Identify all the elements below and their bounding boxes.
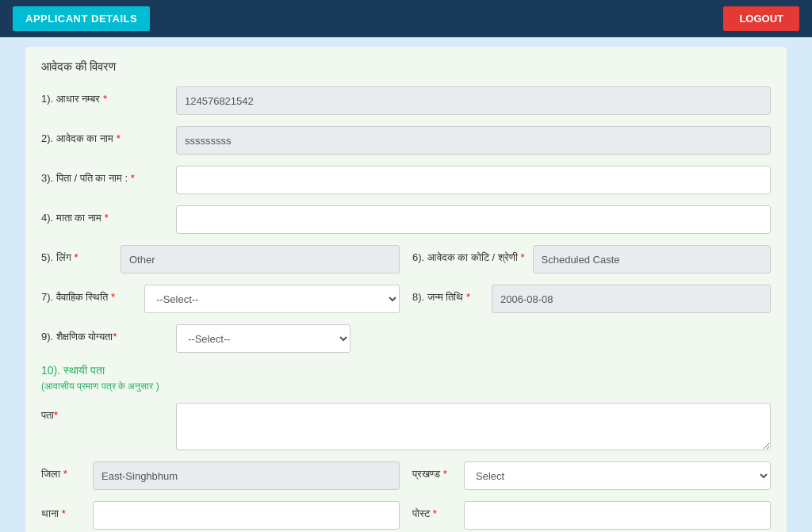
marital-select[interactable]: --Select-- [144,285,400,313]
name-input[interactable] [176,126,771,155]
mother-row: 4). माता का नाम * [41,205,771,234]
gender-caste-row: 5). लिंग * 6). आवेदक का कोटि / श्रेणी * [41,245,771,274]
applicant-details-button[interactable]: APPLICANT DETAILS [13,6,150,31]
father-row: 3). पिता / पति का नाम : * [41,166,771,194]
post-input[interactable] [464,501,771,530]
education-select[interactable]: --Select-- [176,324,350,353]
district-block-row: जिला * प्रखण्ड * Select [41,461,771,490]
thana-input[interactable] [93,501,400,530]
gender-label: 5). लिंग * [41,245,113,264]
logout-button[interactable]: LOGOUT [723,6,799,31]
name-row: 2). आवेदक का नाम * [41,126,771,155]
dob-input [492,285,771,313]
address-section: 10). स्थायी पता (आवासीय प्रमाण पत्र के अ… [41,364,771,532]
thana-post-row: थाना * पोस्ट * [41,501,771,530]
aadhar-row: 1). आधार नम्बर * [41,86,771,115]
aadhar-input[interactable] [176,86,771,115]
address-subtitle: (आवासीय प्रमाण पत्र के अनुसार ) [41,381,771,392]
district-label: जिला * [41,461,85,480]
thana-label: थाना * [41,501,85,520]
block-label: प्रखण्ड * [412,461,456,480]
marital-dob-row: 7). वैवाहिक स्थिति * --Select-- 8). जन्म… [41,285,771,313]
district-input [93,461,400,490]
aadhar-label: 1). आधार नम्बर * [41,86,168,105]
section-title: आवेदक की विवरण [41,59,771,74]
address-textarea[interactable] [176,403,771,450]
caste-input [533,245,771,274]
education-label: 9). शैक्षणिक योग्यता* [41,324,168,343]
top-bar: APPLICANT DETAILS LOGOUT [0,0,812,37]
gender-input [121,245,400,274]
mother-label: 4). माता का नाम * [41,205,168,224]
education-row: 9). शैक्षणिक योग्यता* --Select-- [41,324,771,353]
address-title: 10). स्थायी पता [41,364,771,377]
address-row: पता* [41,403,771,450]
post-label: पोस्ट * [412,501,456,520]
name-label: 2). आवेदक का नाम * [41,126,168,145]
father-input[interactable] [176,166,771,194]
caste-label: 6). आवेदक का कोटि / श्रेणी * [412,245,525,264]
marital-label: 7). वैवाहिक स्थिति * [41,285,136,304]
block-select[interactable]: Select [464,461,771,490]
form-container: आवेदक की विवरण 1). आधार नम्बर * 2). आवेद… [25,47,787,532]
address-label: पता* [41,403,168,422]
dob-label: 8). जन्म तिथि * [412,285,484,304]
mother-input[interactable] [176,205,771,234]
father-label: 3). पिता / पति का नाम : * [41,166,168,185]
